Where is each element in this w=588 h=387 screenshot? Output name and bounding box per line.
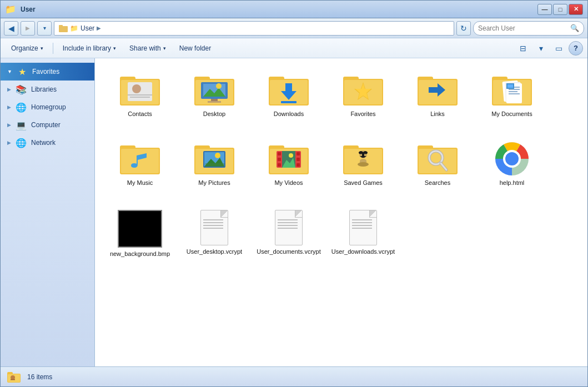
maximize-button[interactable]: □ bbox=[553, 4, 567, 15]
homegroup-icon: 🌐 bbox=[16, 102, 27, 113]
sidebar-item-homegroup[interactable]: ▶ 🌐 Homegroup bbox=[1, 98, 94, 116]
sidebar: ▼ ★ Favorites ▶ 📚 Libraries ▶ 🌐 Homegrou… bbox=[1, 58, 95, 366]
svg-point-67 bbox=[289, 153, 293, 158]
file-user-desktop-vcrypt-label: User_desktop.vcrypt bbox=[187, 248, 242, 255]
svg-rect-46 bbox=[121, 149, 159, 173]
include-in-library-button[interactable]: Include in library ▾ bbox=[57, 41, 122, 56]
svg-rect-41 bbox=[509, 93, 520, 94]
file-user-downloads-vcrypt[interactable]: User_downloads.vcrypt bbox=[327, 205, 399, 272]
folder-my-videos[interactable]: My Videos bbox=[253, 136, 325, 203]
sidebar-label-homegroup: Homegroup bbox=[31, 103, 66, 111]
folder-contacts-label: Contacts bbox=[128, 110, 152, 118]
folder-my-videos-icon bbox=[269, 141, 309, 177]
refresh-button[interactable]: ↻ bbox=[456, 21, 471, 36]
preview-pane-button[interactable]: ▭ bbox=[551, 41, 566, 56]
path-root: User bbox=[81, 24, 94, 32]
folder-my-pictures-icon bbox=[194, 141, 234, 177]
svg-rect-54 bbox=[205, 163, 224, 167]
window-icon: 📁 bbox=[5, 4, 16, 14]
file-help-html[interactable]: help.html bbox=[476, 136, 548, 203]
status-bar: 16 items bbox=[1, 366, 587, 386]
forward-button[interactable]: ▶ bbox=[21, 21, 35, 36]
folder-contacts[interactable]: Contacts bbox=[104, 67, 176, 134]
search-box[interactable]: 🔍 bbox=[473, 21, 584, 36]
address-bar: ◀ ▶ ▾ 📁 User ▶ ↻ 🔍 bbox=[1, 18, 587, 38]
folder-my-music[interactable]: My Music bbox=[104, 136, 176, 203]
view-details-button[interactable]: ⊟ bbox=[515, 41, 531, 56]
search-input[interactable] bbox=[478, 24, 568, 32]
include-arrow: ▾ bbox=[113, 46, 116, 51]
main-area: ▼ ★ Favorites ▶ 📚 Libraries ▶ 🌐 Homegrou… bbox=[1, 58, 587, 366]
folder-links-icon bbox=[418, 72, 458, 108]
help-button[interactable]: ? bbox=[569, 41, 583, 56]
sidebar-label-network: Network bbox=[31, 139, 56, 147]
item-count: 16 items bbox=[27, 373, 52, 381]
file-help-html-icon bbox=[492, 141, 532, 177]
organize-button[interactable]: Organize ▾ bbox=[5, 41, 49, 56]
folder-searches[interactable]: Searches bbox=[401, 136, 474, 203]
file-new-background-bmp[interactable]: new_background.bmp bbox=[104, 205, 176, 272]
folder-desktop[interactable]: Desktop bbox=[178, 67, 250, 134]
search-icon[interactable]: 🔍 bbox=[570, 24, 579, 32]
sidebar-label-libraries: Libraries bbox=[31, 86, 57, 93]
close-button[interactable]: ✕ bbox=[569, 4, 583, 15]
toolbar: Organize ▾ Include in library ▾ Share wi… bbox=[1, 38, 587, 58]
file-user-downloads-vcrypt-label: User_downloads.vcrypt bbox=[331, 248, 395, 255]
folder-my-music-icon bbox=[120, 141, 160, 177]
sidebar-expand-network: ▶ bbox=[7, 140, 11, 145]
favorites-icon: ★ bbox=[17, 67, 28, 77]
folder-favorites-icon bbox=[343, 72, 383, 108]
folder-links[interactable]: Links bbox=[401, 67, 474, 134]
file-user-desktop-vcrypt[interactable]: User_desktop.vcrypt bbox=[178, 205, 250, 272]
svg-point-6 bbox=[132, 84, 141, 93]
svg-rect-61 bbox=[278, 163, 281, 167]
svg-rect-59 bbox=[278, 152, 281, 155]
content-area: Contacts bbox=[95, 58, 587, 366]
file-user-documents-vcrypt[interactable]: User_documents.vcrypt bbox=[253, 205, 325, 272]
folder-downloads-icon bbox=[269, 72, 309, 108]
folder-my-pictures-label: My Pictures bbox=[198, 179, 230, 187]
recent-button[interactable]: ▾ bbox=[37, 21, 52, 36]
sidebar-item-favorites[interactable]: ▼ ★ Favorites bbox=[1, 63, 94, 81]
back-button[interactable]: ◀ bbox=[4, 21, 18, 36]
new-folder-button[interactable]: New folder bbox=[173, 41, 217, 56]
svg-rect-17 bbox=[208, 101, 221, 103]
svg-rect-8 bbox=[130, 97, 150, 98]
folder-saved-games[interactable]: Saved Games bbox=[327, 136, 399, 203]
folder-desktop-icon bbox=[194, 72, 234, 108]
svg-point-91 bbox=[11, 375, 15, 380]
folder-links-label: Links bbox=[430, 110, 445, 118]
address-path[interactable]: 📁 User ▶ bbox=[54, 21, 454, 36]
svg-point-15 bbox=[216, 83, 222, 89]
folder-favorites[interactable]: Favorites bbox=[327, 67, 399, 134]
toolbar-separator-1 bbox=[53, 43, 53, 54]
svg-point-74 bbox=[358, 162, 369, 167]
folder-my-music-label: My Music bbox=[127, 179, 153, 187]
sidebar-item-computer[interactable]: ▶ 💻 Computer bbox=[1, 116, 94, 134]
folder-my-documents[interactable]: My Documents bbox=[476, 67, 548, 134]
sidebar-label-favorites: Favorites bbox=[32, 68, 59, 76]
folder-downloads-label: Downloads bbox=[274, 110, 304, 118]
folder-downloads[interactable]: Downloads bbox=[253, 67, 325, 134]
folder-favorites-label: Favorites bbox=[350, 110, 375, 118]
folder-searches-label: Searches bbox=[425, 179, 450, 187]
minimize-button[interactable]: — bbox=[537, 4, 552, 15]
folder-saved-games-label: Saved Games bbox=[344, 179, 383, 187]
svg-rect-75 bbox=[362, 153, 364, 156]
svg-rect-60 bbox=[278, 158, 281, 161]
sidebar-item-network[interactable]: ▶ 🌐 Network bbox=[1, 134, 94, 152]
sidebar-label-computer: Computer bbox=[31, 121, 61, 129]
sidebar-expand-favorites: ▼ bbox=[7, 69, 12, 74]
status-folder-icon bbox=[7, 370, 21, 384]
folder-my-videos-label: My Videos bbox=[274, 179, 303, 187]
svg-rect-62 bbox=[296, 152, 300, 155]
file-new-background-bmp-icon bbox=[118, 210, 162, 248]
svg-point-53 bbox=[215, 153, 220, 158]
view-dropdown-button[interactable]: ▾ bbox=[533, 41, 549, 56]
folder-my-pictures[interactable]: My Pictures bbox=[178, 136, 250, 203]
share-with-button[interactable]: Share with ▾ bbox=[123, 41, 172, 56]
file-user-desktop-vcrypt-icon bbox=[194, 210, 234, 245]
sidebar-item-libraries[interactable]: ▶ 📚 Libraries bbox=[1, 81, 94, 98]
computer-icon: 💻 bbox=[16, 120, 27, 130]
sidebar-expand-homegroup: ▶ bbox=[7, 104, 11, 110]
